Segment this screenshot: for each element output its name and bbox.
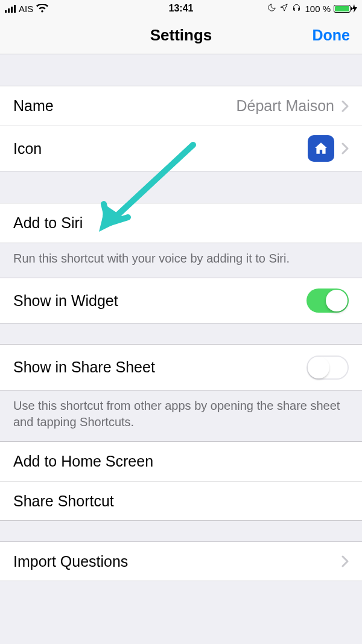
show-in-share-sheet-label: Show in Share Sheet (13, 359, 155, 376)
add-to-siri-label: Add to Siri (13, 214, 83, 232)
clock-label: 13:41 (169, 3, 194, 13)
show-in-widget-label: Show in Widget (13, 292, 118, 310)
add-to-home-row[interactable]: Add to Home Screen (0, 441, 362, 481)
show-in-share-sheet-row: Show in Share Sheet (0, 344, 362, 390)
show-in-widget-toggle[interactable] (306, 289, 349, 313)
headphones-icon (291, 3, 302, 14)
page-title: Settings (150, 26, 212, 45)
import-questions-row[interactable]: Import Questions (0, 541, 362, 581)
nav-bar: Settings Done (0, 17, 362, 54)
moon-icon (267, 3, 276, 14)
share-shortcut-label: Share Shortcut (13, 493, 114, 510)
wifi-icon (36, 4, 48, 13)
name-label: Name (13, 97, 54, 115)
icon-label: Icon (13, 140, 42, 158)
location-icon (279, 3, 288, 14)
status-bar: AIS 13:41 100 % (0, 0, 362, 17)
icon-row[interactable]: Icon (0, 126, 362, 171)
share-shortcut-row[interactable]: Share Shortcut (0, 481, 362, 521)
add-to-siri-row[interactable]: Add to Siri (0, 203, 362, 243)
siri-footer-text: Run this shortcut with your voice by add… (0, 243, 362, 278)
show-in-widget-row: Show in Widget (0, 278, 362, 324)
carrier-label: AIS (19, 4, 33, 14)
chevron-right-icon (341, 100, 349, 112)
signal-icon (5, 4, 16, 13)
chevron-right-icon (341, 555, 349, 567)
chevron-right-icon (341, 142, 349, 155)
show-in-share-sheet-toggle[interactable] (306, 355, 349, 380)
import-questions-label: Import Questions (13, 553, 128, 570)
home-icon (308, 135, 334, 162)
battery-icon (334, 4, 357, 13)
done-button[interactable]: Done (313, 27, 351, 44)
name-value: Départ Maison (236, 97, 334, 115)
share-sheet-footer-text: Use this shortcut from other apps by ope… (0, 390, 362, 441)
battery-text: 100 % (305, 4, 331, 14)
add-to-home-label: Add to Home Screen (13, 453, 153, 470)
name-row[interactable]: Name Départ Maison (0, 86, 362, 126)
